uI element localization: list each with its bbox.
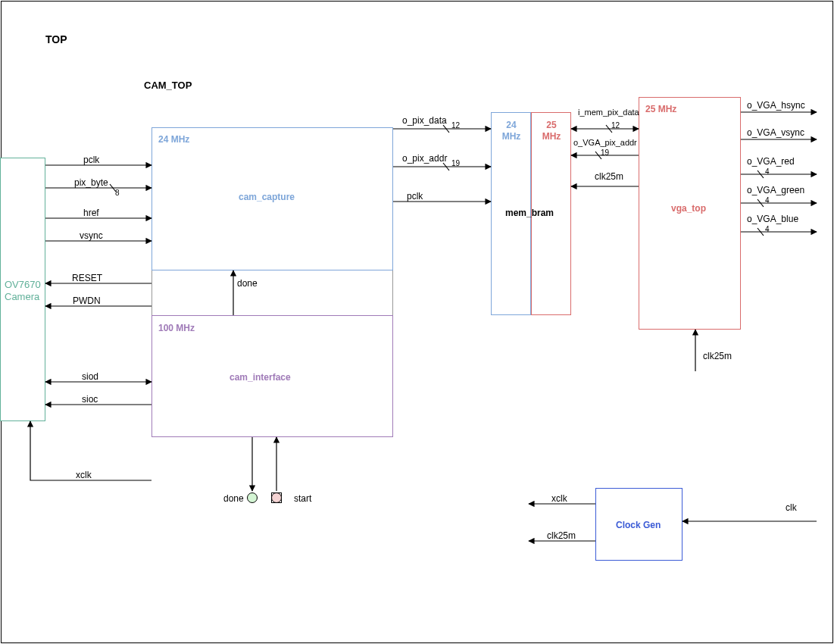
sig-opixdata: o_pix_data [402,115,447,126]
sig-vga-hsync: o_VGA_hsync [747,100,805,111]
start-button-icon [271,492,282,503]
sig-ovgaaddr: o_VGA_pix_addr [573,138,637,147]
cam-capture-clk: 24 MHz [158,134,189,145]
cam-interface-clk: 100 MHz [158,323,195,333]
sig-pclk2: pclk [407,191,423,202]
mem-right-clk: 25 MHz [536,120,567,142]
block-camtop-gap [151,270,393,315]
sig-vga-blue: o_VGA_blue [747,214,798,224]
sig-siod: siod [82,371,98,382]
sig-vga-green-w: 4 [765,196,770,205]
title-camtop: CAM_TOP [144,80,192,91]
sig-vga-red: o_VGA_red [747,156,795,167]
sig-vga-blue-w: 4 [765,225,770,233]
sig-ovgaaddr-w: 19 [601,148,609,157]
sig-clk25m-2: clk25m [703,351,732,361]
sig-pixbyte-w: 8 [115,189,120,197]
title-top: TOP [45,33,67,45]
sig-href: href [83,208,99,218]
vga-top-clk: 25 MHz [645,104,676,114]
sig-vga-red-w: 4 [765,167,770,176]
sig-vga-vsync: o_VGA_vsync [747,127,804,138]
sig-sioc: sioc [82,394,98,405]
done-led-icon [247,492,258,503]
sig-pclk: pclk [83,155,99,165]
vga-top-name: vga_top [671,203,706,214]
sig-opixaddr: o_pix_addr [402,153,447,164]
mem-left-clk: 24 MHz [496,120,526,142]
sig-clk25m-3: clk25m [547,530,576,541]
sig-xclk2: xclk [551,493,567,504]
cam-interface-name: cam_interface [230,372,291,383]
sig-clk: clk [786,502,797,513]
sig-xclk1: xclk [76,470,92,480]
sig-vga-green: o_VGA_green [747,185,804,195]
sig-pixbyte: pix_byte [74,177,108,188]
sig-imemdata: i_mem_pix_data [578,108,639,117]
block-camera-label: OV7670 Camera [5,279,41,302]
sig-done-inner: done [237,278,258,289]
sig-opixaddr-w: 19 [451,159,460,167]
sig-start: start [294,493,311,504]
sig-pwdn: PWDN [73,295,101,306]
sig-opixdata-w: 12 [451,121,460,130]
mem-bram-name: mem_bram [505,208,554,218]
clock-gen-name: Clock Gen [616,520,661,530]
sig-reset: RESET [72,273,102,283]
sig-clk25m-1: clk25m [595,171,623,182]
sig-done: done [223,493,244,504]
sig-imemdata-w: 12 [611,121,620,130]
sig-vsync: vsync [80,230,103,241]
cam-capture-name: cam_capture [239,192,295,202]
